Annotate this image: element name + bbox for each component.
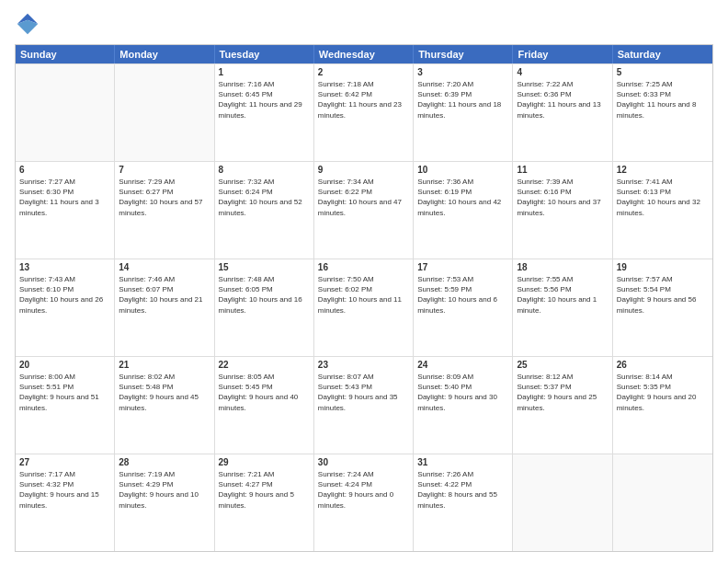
day-info: Sunrise: 7:25 AM Sunset: 6:33 PM Dayligh… <box>617 79 709 121</box>
calendar-row-5: 27Sunrise: 7:17 AM Sunset: 4:32 PM Dayli… <box>16 454 712 551</box>
calendar-cell-13: 13Sunrise: 7:43 AM Sunset: 6:10 PM Dayli… <box>16 259 115 356</box>
day-info: Sunrise: 7:32 AM Sunset: 6:24 PM Dayligh… <box>219 177 310 218</box>
calendar-cell-26: 26Sunrise: 8:14 AM Sunset: 5:35 PM Dayli… <box>613 357 712 454</box>
calendar-cell-22: 22Sunrise: 8:05 AM Sunset: 5:45 PM Dayli… <box>215 357 314 454</box>
day-info: Sunrise: 8:14 AM Sunset: 5:35 PM Dayligh… <box>617 372 709 413</box>
day-info: Sunrise: 7:57 AM Sunset: 5:54 PM Dayligh… <box>617 274 709 316</box>
day-number: 16 <box>318 262 409 272</box>
calendar-cell-27: 27Sunrise: 7:17 AM Sunset: 4:32 PM Dayli… <box>16 454 115 551</box>
calendar-cell-2: 2Sunrise: 7:18 AM Sunset: 6:42 PM Daylig… <box>314 64 414 161</box>
calendar-cell-23: 23Sunrise: 8:07 AM Sunset: 5:43 PM Dayli… <box>314 357 414 454</box>
calendar-cell-1: 1Sunrise: 7:16 AM Sunset: 6:45 PM Daylig… <box>215 64 314 161</box>
day-number: 27 <box>19 457 110 467</box>
day-info: Sunrise: 7:48 AM Sunset: 6:05 PM Dayligh… <box>219 274 310 316</box>
calendar-cell-15: 15Sunrise: 7:48 AM Sunset: 6:05 PM Dayli… <box>215 259 314 356</box>
calendar-cell-10: 10Sunrise: 7:36 AM Sunset: 6:19 PM Dayli… <box>414 162 513 259</box>
day-number: 3 <box>417 67 508 77</box>
calendar-row-4: 20Sunrise: 8:00 AM Sunset: 5:51 PM Dayli… <box>16 356 712 454</box>
calendar-cell-12: 12Sunrise: 7:41 AM Sunset: 6:13 PM Dayli… <box>613 162 712 259</box>
calendar-cell-19: 19Sunrise: 7:57 AM Sunset: 5:54 PM Dayli… <box>613 259 712 356</box>
day-number: 18 <box>517 262 608 272</box>
day-number: 5 <box>617 67 709 77</box>
calendar-cell-20: 20Sunrise: 8:00 AM Sunset: 5:51 PM Dayli… <box>16 357 115 454</box>
day-number: 19 <box>617 262 709 272</box>
day-number: 21 <box>119 360 210 370</box>
day-info: Sunrise: 7:29 AM Sunset: 6:27 PM Dayligh… <box>119 177 210 218</box>
day-number: 28 <box>119 457 210 467</box>
header <box>15 11 713 37</box>
day-number: 26 <box>617 360 709 370</box>
day-info: Sunrise: 8:09 AM Sunset: 5:40 PM Dayligh… <box>417 372 508 413</box>
calendar-cell-9: 9Sunrise: 7:34 AM Sunset: 6:22 PM Daylig… <box>314 162 414 259</box>
day-info: Sunrise: 7:55 AM Sunset: 5:56 PM Dayligh… <box>517 274 608 316</box>
day-info: Sunrise: 8:00 AM Sunset: 5:51 PM Dayligh… <box>19 372 110 413</box>
day-info: Sunrise: 7:43 AM Sunset: 6:10 PM Dayligh… <box>19 274 110 316</box>
day-number: 31 <box>417 457 508 467</box>
day-number: 20 <box>19 360 110 370</box>
day-info: Sunrise: 7:39 AM Sunset: 6:16 PM Dayligh… <box>517 177 608 218</box>
day-info: Sunrise: 7:34 AM Sunset: 6:22 PM Dayligh… <box>318 177 409 218</box>
day-header-saturday: Saturday <box>613 45 712 63</box>
day-info: Sunrise: 8:07 AM Sunset: 5:43 PM Dayligh… <box>318 372 409 413</box>
day-info: Sunrise: 7:27 AM Sunset: 6:30 PM Dayligh… <box>19 177 110 218</box>
day-info: Sunrise: 8:12 AM Sunset: 5:37 PM Dayligh… <box>517 372 608 413</box>
calendar-cell-18: 18Sunrise: 7:55 AM Sunset: 5:56 PM Dayli… <box>513 259 612 356</box>
calendar-cell-28: 28Sunrise: 7:19 AM Sunset: 4:29 PM Dayli… <box>115 454 214 551</box>
day-number: 14 <box>119 262 210 272</box>
calendar-cell-14: 14Sunrise: 7:46 AM Sunset: 6:07 PM Dayli… <box>115 259 214 356</box>
day-number: 9 <box>318 165 409 175</box>
day-header-monday: Monday <box>115 45 214 63</box>
calendar-header-row: SundayMondayTuesdayWednesdayThursdayFrid… <box>16 45 712 63</box>
day-number: 15 <box>219 262 310 272</box>
day-header-sunday: Sunday <box>16 45 115 63</box>
calendar-row-1: 1Sunrise: 7:16 AM Sunset: 6:45 PM Daylig… <box>16 63 712 161</box>
calendar-row-3: 13Sunrise: 7:43 AM Sunset: 6:10 PM Dayli… <box>16 259 712 356</box>
calendar-cell-5: 5Sunrise: 7:25 AM Sunset: 6:33 PM Daylig… <box>613 64 712 161</box>
day-info: Sunrise: 8:05 AM Sunset: 5:45 PM Dayligh… <box>219 372 310 413</box>
calendar-cell-4: 4Sunrise: 7:22 AM Sunset: 6:36 PM Daylig… <box>513 64 612 161</box>
calendar-row-2: 6Sunrise: 7:27 AM Sunset: 6:30 PM Daylig… <box>16 161 712 259</box>
calendar-cell-7: 7Sunrise: 7:29 AM Sunset: 6:27 PM Daylig… <box>115 162 214 259</box>
day-number: 6 <box>19 165 110 175</box>
day-number: 23 <box>318 360 409 370</box>
calendar-cell-3: 3Sunrise: 7:20 AM Sunset: 6:39 PM Daylig… <box>414 64 513 161</box>
day-info: Sunrise: 7:21 AM Sunset: 4:27 PM Dayligh… <box>219 469 310 511</box>
calendar-cell-17: 17Sunrise: 7:53 AM Sunset: 5:59 PM Dayli… <box>414 259 513 356</box>
day-header-wednesday: Wednesday <box>314 45 414 63</box>
calendar-cell-30: 30Sunrise: 7:24 AM Sunset: 4:24 PM Dayli… <box>314 454 414 551</box>
day-number: 10 <box>417 165 508 175</box>
calendar-cell-empty <box>115 64 214 161</box>
calendar-cell-empty <box>613 454 712 551</box>
day-header-tuesday: Tuesday <box>215 45 314 63</box>
calendar-cell-empty <box>16 64 115 161</box>
page: SundayMondayTuesdayWednesdayThursdayFrid… <box>0 0 728 563</box>
day-number: 22 <box>219 360 310 370</box>
day-number: 11 <box>517 165 608 175</box>
calendar-cell-16: 16Sunrise: 7:50 AM Sunset: 6:02 PM Dayli… <box>314 259 414 356</box>
day-info: Sunrise: 7:20 AM Sunset: 6:39 PM Dayligh… <box>417 79 508 121</box>
day-number: 8 <box>219 165 310 175</box>
calendar-cell-21: 21Sunrise: 8:02 AM Sunset: 5:48 PM Dayli… <box>115 357 214 454</box>
day-number: 2 <box>318 67 409 77</box>
day-number: 13 <box>19 262 110 272</box>
day-info: Sunrise: 7:53 AM Sunset: 5:59 PM Dayligh… <box>417 274 508 316</box>
calendar-cell-8: 8Sunrise: 7:32 AM Sunset: 6:24 PM Daylig… <box>215 162 314 259</box>
day-info: Sunrise: 7:50 AM Sunset: 6:02 PM Dayligh… <box>318 274 409 316</box>
calendar-body: 1Sunrise: 7:16 AM Sunset: 6:45 PM Daylig… <box>16 63 712 551</box>
day-number: 25 <box>517 360 608 370</box>
day-info: Sunrise: 7:41 AM Sunset: 6:13 PM Dayligh… <box>617 177 709 218</box>
day-number: 1 <box>219 67 310 77</box>
day-number: 4 <box>517 67 608 77</box>
day-info: Sunrise: 7:24 AM Sunset: 4:24 PM Dayligh… <box>318 469 409 511</box>
day-header-friday: Friday <box>513 45 612 63</box>
day-number: 24 <box>417 360 508 370</box>
calendar-cell-25: 25Sunrise: 8:12 AM Sunset: 5:37 PM Dayli… <box>513 357 612 454</box>
day-number: 7 <box>119 165 210 175</box>
day-number: 30 <box>318 457 409 467</box>
day-number: 12 <box>617 165 709 175</box>
day-info: Sunrise: 8:02 AM Sunset: 5:48 PM Dayligh… <box>119 372 210 413</box>
day-info: Sunrise: 7:22 AM Sunset: 6:36 PM Dayligh… <box>517 79 608 121</box>
calendar: SundayMondayTuesdayWednesdayThursdayFrid… <box>15 44 713 552</box>
day-number: 29 <box>219 457 310 467</box>
day-info: Sunrise: 7:18 AM Sunset: 6:42 PM Dayligh… <box>318 79 409 121</box>
